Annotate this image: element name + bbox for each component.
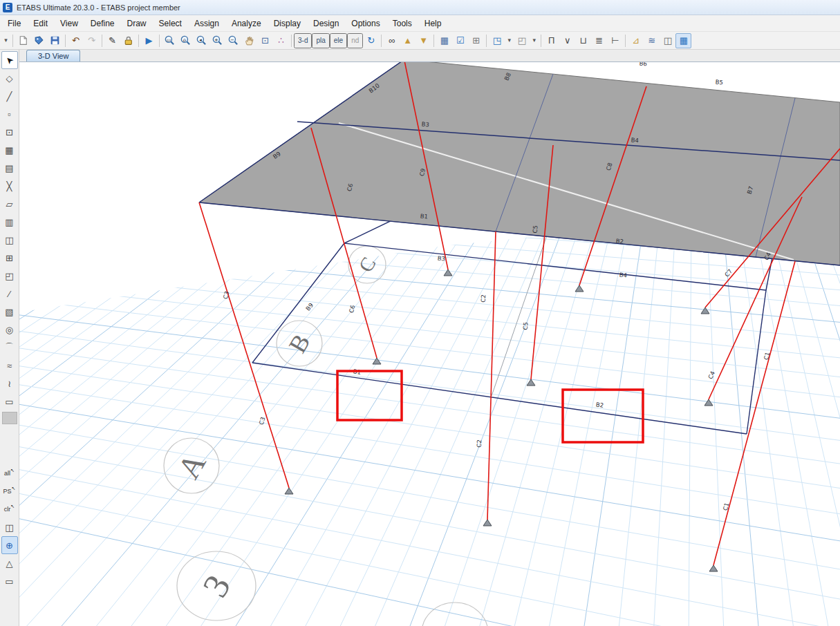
toolbar-separator (65, 35, 66, 47)
view-3d-button[interactable]: 3-d (294, 33, 312, 48)
snap-to-intersections-button[interactable]: ▭ (1, 572, 18, 590)
new-model-button[interactable] (15, 33, 31, 48)
run-analysis-button[interactable]: ▶ (141, 33, 157, 48)
draw-dimension-button[interactable]: ▭ (1, 392, 18, 410)
move-down-story-button[interactable]: ▼ (416, 33, 431, 48)
previous-zoom-button[interactable]: ◂ (194, 33, 209, 48)
floor-slab[interactable] (199, 62, 840, 265)
member-label: B3 (437, 254, 445, 262)
draw-arc-button[interactable]: ⌒ (1, 339, 18, 357)
menu-view[interactable]: View (54, 17, 84, 30)
view-named-button[interactable]: nd (347, 33, 363, 48)
quick-draw-secondary-beams-button[interactable]: ▤ (1, 159, 18, 177)
object-display-options-button[interactable]: ☑ (452, 33, 468, 48)
member-label: B5 (715, 79, 723, 86)
draw-door-button[interactable]: ∕ (1, 285, 18, 303)
toolbar-customize-dropdown[interactable]: ▾ (1, 33, 10, 48)
draw-deck-button[interactable]: ≣ (591, 33, 607, 48)
assign-frame-button[interactable]: ≋ (644, 33, 660, 48)
draw-wall-button[interactable]: ◫ (1, 231, 18, 249)
object-options-button[interactable]: ⊡ (257, 33, 273, 48)
menu-edit[interactable]: Edit (27, 17, 54, 30)
column-line[interactable] (199, 202, 289, 488)
zoom-in-button[interactable]: + (209, 33, 225, 48)
reshape-object-button[interactable]: ◇ (1, 69, 18, 87)
undo-button[interactable]: ↶ (68, 33, 84, 48)
svg-text:▭: ▭ (167, 37, 171, 43)
perspective-toggle-button[interactable]: ∞ (384, 33, 400, 48)
canvas-area: ABC3B1B2B9B3B4B6B5B8B10B7B1B2B3B4B9C3C3C… (19, 62, 840, 626)
clear-selection-button[interactable]: clr↖ (1, 500, 18, 518)
view-plan-button[interactable]: pla (312, 33, 329, 48)
draw-frame-button[interactable]: ▫ (1, 105, 18, 123)
section-cube-dropdown[interactable]: ▾ (530, 33, 539, 48)
draw-spring-button[interactable]: ≀ (1, 374, 18, 392)
draw-frame-elevation-button[interactable]: Π (543, 33, 559, 48)
quick-draw-braces-button[interactable]: ▦ (1, 141, 18, 159)
support-marker (483, 520, 492, 526)
menu-analyze[interactable]: Analyze (225, 17, 268, 30)
rubber-band-zoom-button[interactable]: ▭ (162, 33, 178, 48)
redo-button[interactable]: ↷ (84, 33, 100, 48)
member-label: C6 (348, 304, 357, 314)
menu-define[interactable]: Define (84, 17, 121, 30)
show-grid-button[interactable]: ▦ (675, 33, 691, 48)
menu-select[interactable]: Select (153, 17, 188, 30)
view-elevation-button[interactable]: ele (330, 33, 347, 48)
open-file-button[interactable] (31, 33, 47, 48)
svg-text:⌂: ⌂ (183, 37, 186, 43)
select-object-button[interactable]: ➤ (1, 51, 18, 69)
grid-options-button[interactable]: ▦ (436, 33, 452, 48)
3d-view-canvas[interactable]: ABC3B1B2B9B3B4B6B5B8B10B7B1B2B3B4B9C3C3C… (19, 62, 840, 626)
zoom-out-button[interactable]: − (225, 33, 241, 48)
axes-toggle-button[interactable]: ⊿ (628, 33, 644, 48)
grid-bubble: B (277, 321, 322, 366)
draw-ref-plane-button[interactable]: ▧ (1, 303, 18, 321)
menu-help[interactable]: Help (418, 17, 448, 30)
menu-design[interactable]: Design (307, 17, 345, 30)
quick-draw-frame-button[interactable]: ⊡ (1, 123, 18, 141)
column-line[interactable] (713, 261, 795, 565)
restore-full-view-button[interactable]: ⌂ (178, 33, 194, 48)
assign-joint-button[interactable]: ◫ (660, 33, 675, 48)
draw-beam-button[interactable]: ⊔ (575, 33, 591, 48)
section-cube-button[interactable]: ◰ (514, 33, 530, 48)
view-cube-dropdown[interactable]: ▾ (505, 33, 514, 48)
menu-options[interactable]: Options (345, 17, 386, 30)
draw-window-button[interactable]: ◰ (1, 267, 18, 285)
draw-brace-elevation-button[interactable]: ∨ (559, 33, 575, 48)
menu-file[interactable]: File (1, 17, 27, 30)
lock-model-button[interactable] (120, 33, 136, 48)
menu-tools[interactable]: Tools (386, 17, 418, 30)
select-previous-button[interactable]: PS↖ (1, 482, 18, 500)
draw-joint-button[interactable]: ╱ (1, 87, 18, 105)
menu-draw[interactable]: Draw (121, 17, 153, 30)
show-points-button[interactable]: ∴ (273, 33, 289, 48)
menu-display[interactable]: Display (268, 17, 307, 30)
draw-floor-button[interactable]: ▱ (1, 195, 18, 213)
save-button[interactable] (47, 33, 63, 48)
draw-braces-button[interactable]: ╳ (1, 177, 18, 195)
snap-to-midpoints-button[interactable]: △ (1, 554, 18, 572)
support-marker (704, 399, 713, 406)
object-view-cube-button[interactable]: ◳ (489, 33, 505, 48)
select-all-button[interactable]: all↖ (1, 464, 18, 482)
set-display-options-button[interactable]: ⊞ (468, 33, 484, 48)
draw-ref-point-button[interactable]: ◎ (1, 321, 18, 339)
quick-draw-floor-button[interactable]: ▥ (1, 213, 18, 231)
member-label: B2 (595, 401, 604, 408)
grid-bubble-label: B (283, 330, 316, 358)
move-up-story-button[interactable]: ▲ (400, 33, 416, 48)
quick-draw-wall-button[interactable]: ⊞ (1, 249, 18, 267)
draw-tendon-button[interactable]: ≈ (1, 357, 18, 374)
tab-row: 3-D View (19, 50, 840, 62)
snap-to-points-button[interactable]: ⊕ (1, 536, 18, 554)
support-marker (444, 269, 452, 276)
tab-3d-view[interactable]: 3-D View (26, 50, 80, 61)
pan-button[interactable] (241, 33, 257, 48)
invert-selection-button[interactable]: ◫ (1, 518, 18, 536)
menu-assign[interactable]: Assign (188, 17, 225, 30)
rotate-3d-view-button[interactable]: ↻ (363, 33, 379, 48)
draw-column-button[interactable]: ⊢ (607, 33, 623, 48)
edit-pen-button[interactable]: ✎ (104, 33, 120, 48)
